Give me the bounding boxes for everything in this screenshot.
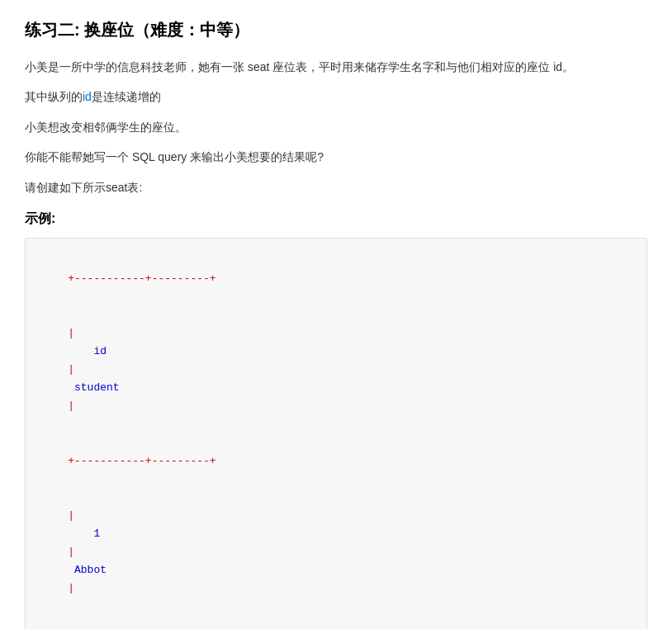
table-row-2: | 2 | Doris |	[42, 616, 630, 629]
example-label: 示例:	[25, 208, 647, 229]
table-row-1: | 1 | Abbot |	[42, 489, 630, 617]
paragraph-4: 你能不能帮她写一个 SQL query 来输出小美想要的结果呢?	[25, 148, 647, 166]
paragraph-5: 请创建如下所示seat表:	[25, 178, 647, 196]
paragraph-3: 小美想改变相邻俩学生的座位。	[25, 118, 647, 136]
table-border-top: +-----------+---------+	[42, 252, 630, 306]
id-highlight: id	[83, 90, 92, 103]
paragraph-1: 小美是一所中学的信息科技老师，她有一张 seat 座位表，平时用来储存学生名字和…	[25, 58, 647, 76]
seat-table-display: +-----------+---------+ | id | student |…	[25, 238, 647, 629]
table-header: | id | student |	[42, 306, 630, 434]
page-title: 练习二: 换座位（难度：中等）	[25, 17, 647, 43]
table-header-border: +-----------+---------+	[42, 433, 630, 488]
paragraph-2: 其中纵列的id是连续递增的	[25, 87, 647, 106]
